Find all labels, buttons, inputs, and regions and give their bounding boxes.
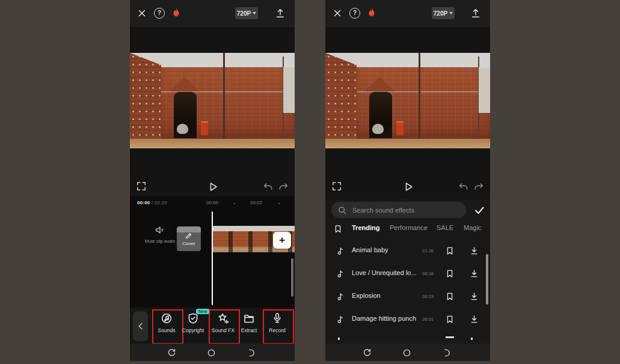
phone-screenshot-editor: ? 720P 00:0: [130, 0, 295, 361]
toolbar-label-extract: Extract: [241, 327, 257, 333]
bookmark-icon[interactable]: [445, 246, 455, 256]
undo-icon[interactable]: [262, 181, 273, 192]
music-note-icon: [335, 246, 345, 256]
toolbar-item-sounds[interactable]: Sounds: [152, 312, 182, 340]
chevron-down-icon: [449, 12, 453, 14]
mute-clip-audio-button[interactable]: Mute clip audio: [141, 225, 179, 244]
copyright-shield-icon: [187, 312, 199, 324]
sounds-icon: [161, 312, 173, 324]
sound-list-item[interactable]: Damage hitting punch 00:01: [325, 308, 490, 330]
download-icon[interactable]: [469, 314, 479, 324]
timecode-current: 00:00: [137, 200, 150, 205]
sound-list-item[interactable]: Love / Unrequited lo... 00:16: [325, 262, 490, 285]
sound-effects-list: Animal baby 01:26 Love / Unrequited lo..…: [325, 239, 490, 332]
fullscreen-icon[interactable]: [136, 181, 147, 192]
toolbar-label-record: Record: [269, 327, 285, 333]
nav-back-icon[interactable]: [167, 348, 177, 358]
nav-recents-icon[interactable]: [441, 348, 452, 358]
wood-pole: [223, 53, 226, 139]
toolbar-label-soundfx: Sound FX: [212, 327, 235, 333]
nav-recents-icon[interactable]: [246, 348, 256, 358]
sound-name: Love / Unrequited lo...: [352, 269, 417, 276]
sound-name: Damage hitting punch: [352, 315, 416, 322]
sound-duration: 00:01: [414, 317, 434, 322]
resolution-button[interactable]: 720P: [432, 7, 455, 19]
sound-list-item[interactable]: Animal baby 01:26: [325, 239, 490, 262]
download-icon[interactable]: [469, 268, 479, 279]
download-icon[interactable]: [469, 291, 479, 302]
redo-icon[interactable]: [278, 181, 289, 192]
chevron-left-icon: [137, 321, 145, 331]
bookmark-icon[interactable]: [445, 314, 455, 324]
audio-toolbar: Sounds Copyright Sound FX Extract Record: [130, 308, 295, 344]
music-note-icon: [335, 314, 345, 324]
cover-label: Cover: [182, 241, 195, 246]
partial-row-download: [471, 338, 473, 340]
wood-pole: [419, 53, 421, 139]
close-icon[interactable]: [137, 8, 147, 19]
play-icon[interactable]: [207, 180, 219, 193]
sound-list-item[interactable]: Explosion 00:03: [325, 285, 490, 308]
list-scrollbar[interactable]: [486, 254, 488, 305]
play-icon[interactable]: [402, 180, 414, 193]
microphone-icon: [271, 312, 283, 324]
timecode-total: / 02:20: [152, 200, 167, 205]
redo-icon[interactable]: [474, 181, 485, 192]
toolbar-item-extract[interactable]: Extract: [234, 312, 264, 340]
confirm-check-icon[interactable]: [473, 204, 485, 216]
close-icon[interactable]: [332, 8, 343, 19]
nav-home-icon[interactable]: [402, 348, 412, 358]
export-icon[interactable]: [470, 7, 481, 19]
resolution-label: 720P: [237, 10, 251, 17]
search-input[interactable]: [351, 206, 460, 214]
cover-button[interactable]: Cover: [177, 226, 201, 251]
toolbar-item-copyright[interactable]: Copyright: [178, 312, 208, 340]
tab-trending[interactable]: Trending: [352, 224, 379, 231]
red-cooler: [396, 121, 404, 135]
undo-icon[interactable]: [458, 181, 468, 192]
partial-row-note: [338, 338, 340, 340]
add-clip-button[interactable]: +: [273, 232, 291, 249]
help-icon[interactable]: ?: [154, 8, 165, 19]
bookmark-icon[interactable]: [445, 291, 455, 302]
nav-home-icon[interactable]: [206, 348, 216, 358]
sack: [177, 124, 188, 134]
sound-duration: 00:16: [414, 271, 434, 276]
playhead[interactable]: [212, 211, 213, 305]
sound-name: Animal baby: [352, 246, 388, 253]
video-preview[interactable]: [130, 53, 295, 148]
tab-performance[interactable]: Performance: [390, 224, 428, 231]
download-icon[interactable]: [469, 246, 479, 256]
toolbar-back-button[interactable]: [133, 311, 148, 341]
resolution-button[interactable]: 720P: [235, 7, 258, 19]
search-icon: [337, 205, 347, 215]
chevron-down-icon: [253, 12, 256, 14]
video-preview[interactable]: [325, 53, 490, 148]
nav-back-icon[interactable]: [362, 348, 372, 358]
search-bar[interactable]: [331, 202, 466, 218]
flame-icon[interactable]: [171, 7, 182, 20]
top-bar: ? 720P: [130, 0, 295, 27]
timeline-panel: 00:00 / 02:20 00:00 00:02 Mute clip audi…: [130, 196, 295, 308]
partial-row-bookmark: [446, 336, 454, 338]
tab-magic[interactable]: Magic: [464, 224, 481, 231]
tab-sale[interactable]: SALE: [437, 224, 453, 231]
timecode: 00:00 / 02:20: [137, 200, 167, 205]
export-icon[interactable]: [275, 7, 286, 19]
top-bar: ? 720P: [325, 0, 490, 27]
extract-folder-icon: [243, 312, 255, 324]
flame-icon[interactable]: [366, 7, 377, 20]
pencil-icon: [185, 231, 193, 240]
sack: [372, 124, 384, 134]
timeline-scrollbar[interactable]: [291, 258, 293, 297]
bookmark-icon[interactable]: [445, 268, 455, 279]
distant-light-patch: [479, 67, 490, 113]
mute-clip-audio-label: Mute clip audio: [141, 238, 179, 244]
toolbar-item-record[interactable]: Record: [262, 312, 292, 340]
sound-fx-star-icon: [217, 312, 229, 324]
fullscreen-icon[interactable]: [331, 181, 342, 192]
help-icon[interactable]: ?: [349, 8, 360, 19]
new-badge: New: [196, 309, 209, 314]
side-wall: [325, 53, 357, 140]
favorites-bookmark-icon[interactable]: [333, 223, 343, 234]
